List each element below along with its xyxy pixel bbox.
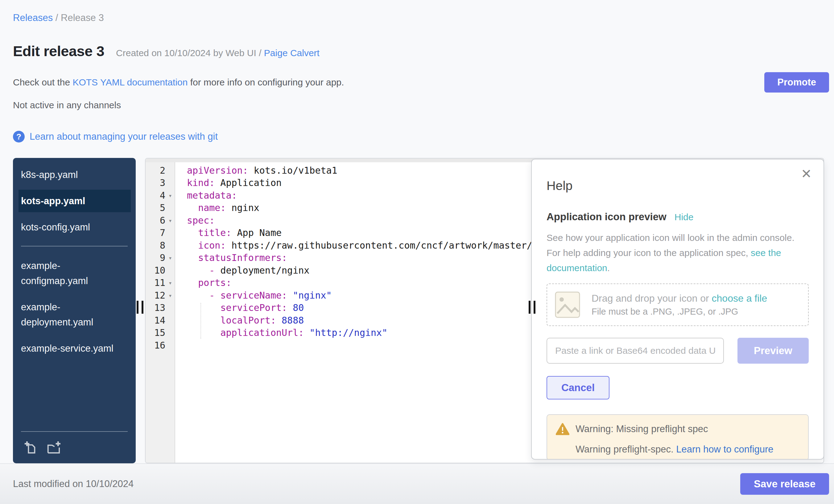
line-number: 7 [146,227,165,239]
title-row: Edit release 3 Created on 10/10/2024 by … [13,43,320,60]
line-number: 13 [146,302,165,314]
warning-box: Warning: Missing preflight spec Warning … [547,414,809,460]
fold-arrow-icon[interactable]: ▾ [165,214,175,227]
code-text[interactable]: - serviceName: "nginx" [175,289,332,302]
code-text[interactable]: - deployment/nginx [175,264,309,277]
code-text[interactable]: spec: [175,214,215,227]
fold-spacer [165,177,175,190]
breadcrumb-separator: / [53,12,61,23]
line-number: 4 [146,190,165,202]
created-author-link[interactable]: Paige Calvert [264,48,320,58]
help-panel: ✕ Help Application icon preview Hide See… [531,159,824,460]
desc-period: . [607,263,610,273]
doc-suffix: for more info on configuring your app. [188,77,344,87]
warning-title: Warning: Missing preflight spec [575,423,708,435]
choose-file-link[interactable]: choose a file [712,293,767,304]
drop-hint: File must be a .PNG, .JPEG, or .JPG [592,307,767,317]
sidebar-item-kots-app.yaml[interactable]: kots-app.yaml [19,190,131,212]
fold-spacer [165,165,175,177]
code-text[interactable]: icon: https://raw.githubusercontent.com/… [175,239,532,252]
preview-button[interactable]: Preview [738,338,809,364]
drop-text: Drag and drop your icon or [592,293,712,304]
channel-status: Not active in any channels [13,100,121,110]
code-text[interactable] [175,339,187,352]
icon-preview-description: See how your application icon will look … [547,230,809,276]
sidebar-item-example-deployment.yaml[interactable]: example-deployment.yaml [21,300,116,330]
line-number: 15 [146,327,165,339]
code-text[interactable]: statusInformers: [175,252,287,264]
line-number: 12 [146,289,165,302]
warning-triangle-icon [556,423,569,435]
code-text[interactable]: localPort: 8888 [175,314,304,327]
fold-spacer [165,264,175,277]
code-text[interactable]: metadata: [175,190,237,202]
warning-configure-link[interactable]: Learn how to configure [676,444,773,455]
hide-link[interactable]: Hide [675,212,694,222]
content-row: k8s-app.yamlkots-app.yamlkots-config.yam… [0,158,834,463]
line-number: 16 [146,339,165,352]
file-sidebar: k8s-app.yamlkots-app.yamlkots-config.yam… [13,158,136,463]
doc-prefix: Check out the [13,77,72,87]
line-number: 14 [146,314,165,327]
line-number: 9 [146,252,165,264]
fold-spacer [165,339,175,352]
git-help-row: ? Learn about managing your releases wit… [13,131,218,143]
fold-spacer [165,202,175,214]
code-text[interactable]: ports: [175,277,232,289]
line-number: 11 [146,277,165,289]
icon-preview-header: Application icon preview Hide [547,211,809,223]
save-release-button[interactable]: Save release [740,473,829,495]
file-list-bottom: example-configmap.yamlexample-deployment… [21,258,128,356]
last-modified: Last modified on 10/10/2024 [13,478,134,489]
sidebar-item-kots-config.yaml[interactable]: kots-config.yaml [21,220,116,235]
created-text: Created on 10/10/2024 by Web UI / [116,48,264,58]
sidebar-item-k8s-app.yaml[interactable]: k8s-app.yaml [21,167,116,182]
line-number: 5 [146,202,165,214]
fold-spacer [165,302,175,314]
question-circle-icon: ? [13,131,25,143]
icon-url-input[interactable] [547,338,724,364]
breadcrumb-current: Release 3 [61,12,104,23]
kots-yaml-doc-link[interactable]: KOTS YAML documentation [72,77,188,87]
code-text[interactable]: name: nginx [175,202,259,214]
breadcrumb: Releases / Release 3 [13,12,104,23]
line-number: 2 [146,165,165,177]
help-panel-resize-handle[interactable] [529,301,535,314]
new-folder-icon[interactable] [46,440,61,455]
line-number: 3 [146,177,165,190]
git-releases-link[interactable]: Learn about managing your releases with … [29,131,218,142]
promote-button[interactable]: Promote [764,72,829,92]
fold-arrow-icon[interactable]: ▾ [165,277,175,289]
dropzone-text: Drag and drop your icon or choose a file… [592,293,767,317]
code-text[interactable]: apiVersion: kots.io/v1beta1 [175,165,337,177]
sidebar-resize-handle[interactable] [137,301,144,314]
sidebar-item-example-service.yaml[interactable]: example-service.yaml [21,341,116,356]
fold-spacer [165,314,175,327]
fold-arrow-icon[interactable]: ▾ [165,252,175,264]
fold-spacer [165,227,175,239]
icon-dropzone[interactable]: Drag and drop your icon or choose a file… [547,283,809,326]
code-text[interactable]: applicationUrl: "http://nginx" [175,327,388,339]
image-placeholder-icon [554,291,580,318]
line-number: 10 [146,264,165,277]
doc-line: Check out the KOTS YAML documentation fo… [13,77,344,88]
sidebar-footer [21,431,128,463]
cancel-button[interactable]: Cancel [547,376,610,399]
icon-url-row: Preview [547,338,809,364]
footer-bar: Last modified on 10/10/2024 Save release [0,463,834,504]
fold-arrow-icon[interactable]: ▾ [165,190,175,202]
close-icon[interactable]: ✕ [801,168,812,180]
fold-spacer [165,327,175,339]
icon-preview-title: Application icon preview [547,211,666,223]
new-file-icon[interactable] [23,440,38,455]
code-text[interactable]: kind: Application [175,177,282,190]
line-number: 8 [146,239,165,252]
breadcrumb-releases-link[interactable]: Releases [13,12,53,23]
sidebar-item-example-configmap.yaml[interactable]: example-configmap.yaml [21,258,116,288]
file-list-divider [21,246,128,246]
warning-text: Warning preflight-spec. [575,444,676,455]
code-text[interactable]: title: App Name [175,227,282,239]
code-text[interactable]: servicePort: 80 [175,302,304,314]
fold-arrow-icon[interactable]: ▾ [165,289,175,302]
fold-spacer [165,239,175,252]
